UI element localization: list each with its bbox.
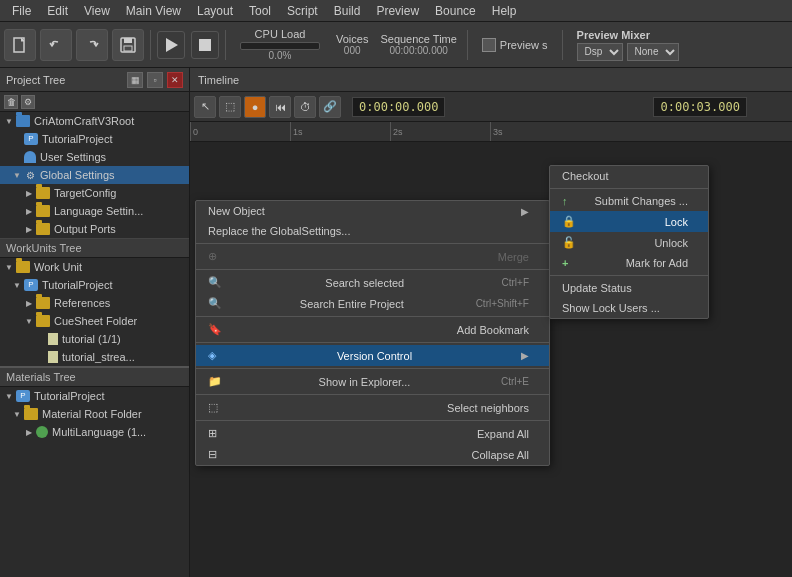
menu-build[interactable]: Build [326, 2, 369, 20]
vc-mark-for-add[interactable]: + Mark for Add [550, 253, 708, 273]
cm-search-selected[interactable]: 🔍 Search selected Ctrl+F [196, 272, 549, 293]
cm-collapse-all[interactable]: ⊟ Collapse All [196, 444, 549, 465]
cpu-load-section: CPU Load 0.0% [240, 28, 320, 61]
cm-search-project[interactable]: 🔍 Search Entire Project Ctrl+Shift+F [196, 293, 549, 314]
tree-tutorial-label: TutorialProject [42, 133, 113, 145]
tree-root[interactable]: ▼ CriAtomCraftV3Root [0, 112, 189, 130]
vc-update-status[interactable]: Update Status [550, 278, 708, 298]
tree-mat-root-label: Material Root Folder [42, 408, 142, 420]
cm-search-sel-shortcut: Ctrl+F [501, 277, 529, 288]
play-icon [166, 38, 178, 52]
tree-output-ports-label: Output Ports [54, 223, 116, 235]
menu-edit[interactable]: Edit [39, 2, 76, 20]
orange-btn[interactable]: ● [244, 96, 266, 118]
cm-show-explorer[interactable]: 📁 Show in Explorer... Ctrl+E [196, 371, 549, 392]
link-button[interactable]: 🔗 [319, 96, 341, 118]
folder-icon [16, 261, 30, 273]
tree-references[interactable]: ▶ References [0, 294, 189, 312]
project-tree-title: Project Tree [6, 74, 65, 86]
sep-4 [562, 30, 563, 60]
tree-work-unit[interactable]: ▼ Work Unit [0, 258, 189, 276]
cursor-tool-button[interactable]: ↖ [194, 96, 216, 118]
timeline-time: 0:00:00.000 0:00:03.000 [352, 97, 747, 117]
tree-global-settings[interactable]: ▼ ⚙ Global Settings [0, 166, 189, 184]
menu-view[interactable]: View [76, 2, 118, 20]
tree-target-config[interactable]: ▶ TargetConfig [0, 184, 189, 202]
range-tool-button[interactable]: ⬚ [219, 96, 241, 118]
arrow-icon: ▼ [4, 262, 14, 272]
menu-help[interactable]: Help [484, 2, 525, 20]
tree-tutorial-stream[interactable]: tutorial_strea... [0, 348, 189, 366]
menu-script[interactable]: Script [279, 2, 326, 20]
clock-button[interactable]: ⏱ [294, 96, 316, 118]
folder-icon [24, 408, 38, 420]
vc-submit[interactable]: ↑ Submit Changes ... [550, 191, 708, 211]
arrow-icon [36, 334, 46, 344]
save-button[interactable] [112, 29, 144, 61]
cm-version-control[interactable]: ◈ Version Control ▶ Checkout ↑ Submit Ch… [196, 345, 549, 366]
prev-button[interactable]: ⏮ [269, 96, 291, 118]
tree-tutorial-11[interactable]: tutorial (1/1) [0, 330, 189, 348]
tree-cuesheet-folder[interactable]: ▼ CueSheet Folder [0, 312, 189, 330]
panel-icon-1[interactable]: ▦ [127, 72, 143, 88]
vc-sep-2 [550, 275, 708, 276]
tree-mat-tutorial[interactable]: ▼ P TutorialProject [0, 387, 189, 405]
preview-s-section: Preview s [482, 38, 548, 52]
tree-user-settings[interactable]: User Settings [0, 148, 189, 166]
menu-layout[interactable]: Layout [189, 2, 241, 20]
tree-tutorial-11-label: tutorial (1/1) [62, 333, 121, 345]
redo-button[interactable] [76, 29, 108, 61]
settings-button[interactable]: ⚙ [21, 95, 35, 109]
vc-show-lock-users[interactable]: Show Lock Users ... [550, 298, 708, 318]
cm-merge-label: Merge [498, 251, 529, 263]
stop-button[interactable] [191, 31, 219, 59]
ruler-mark-0: 0 [190, 122, 198, 141]
preview-mixer-dsp-select[interactable]: Dsp [577, 43, 623, 61]
sep-3 [467, 30, 468, 60]
tree-work-unit-label: Work Unit [34, 261, 82, 273]
preview-mixer-section: Preview Mixer Dsp None [577, 29, 679, 61]
arrow-icon: ▼ [4, 391, 14, 401]
doc-icon [48, 333, 58, 345]
delete-button[interactable]: 🗑 [4, 95, 18, 109]
tree-output-ports[interactable]: ▶ Output Ports [0, 220, 189, 238]
tree-mat-root[interactable]: ▼ Material Root Folder [0, 405, 189, 423]
arrow-icon [12, 134, 22, 144]
cm-select-neighbors[interactable]: ⬚ Select neighbors [196, 397, 549, 418]
arrow-icon: ▼ [12, 409, 22, 419]
menu-file[interactable]: File [4, 2, 39, 20]
folder-icon [36, 315, 50, 327]
menu-preview[interactable]: Preview [368, 2, 427, 20]
tree-wu-tutorial[interactable]: ▼ P TutorialProject [0, 276, 189, 294]
tree-multilanguage[interactable]: ▶ MultiLanguage (1... [0, 423, 189, 441]
sequence-time-label: Sequence Time [380, 33, 456, 45]
panel-close-button[interactable]: ✕ [167, 72, 183, 88]
panel-icon-2[interactable]: ▫ [147, 72, 163, 88]
tree-target-config-label: TargetConfig [54, 187, 116, 199]
context-menu: New Object ▶ Replace the GlobalSettings.… [195, 200, 550, 466]
cm-expand-all[interactable]: ⊞ Expand All [196, 423, 549, 444]
tree-tutorial-project[interactable]: P TutorialProject [0, 130, 189, 148]
tree-language-settings[interactable]: ▶ Language Settin... [0, 202, 189, 220]
time-display-end: 0:00:03.000 [653, 97, 746, 117]
vc-checkout[interactable]: Checkout [550, 166, 708, 186]
cm-replace-global[interactable]: Replace the GlobalSettings... [196, 221, 549, 241]
cm-new-object[interactable]: New Object ▶ [196, 201, 549, 221]
menu-main-view[interactable]: Main View [118, 2, 189, 20]
menu-bounce[interactable]: Bounce [427, 2, 484, 20]
play-button[interactable] [157, 31, 185, 59]
cm-add-bookmark[interactable]: 🔖 Add Bookmark [196, 319, 549, 340]
cm-collapse-label: Collapse All [472, 449, 529, 461]
vc-unlock[interactable]: 🔓 Unlock [550, 232, 708, 253]
project-icon: P [24, 133, 38, 145]
vc-lock[interactable]: 🔒 Lock [550, 211, 708, 232]
cm-sep-7 [196, 420, 549, 421]
undo-button[interactable] [40, 29, 72, 61]
preview-s-checkbox[interactable] [482, 38, 496, 52]
sep-1 [150, 30, 151, 60]
preview-mixer-none-select[interactable]: None [627, 43, 679, 61]
cm-sep-5 [196, 368, 549, 369]
workunits-header: WorkUnits Tree [0, 238, 189, 258]
new-file-button[interactable] [4, 29, 36, 61]
menu-tool[interactable]: Tool [241, 2, 279, 20]
